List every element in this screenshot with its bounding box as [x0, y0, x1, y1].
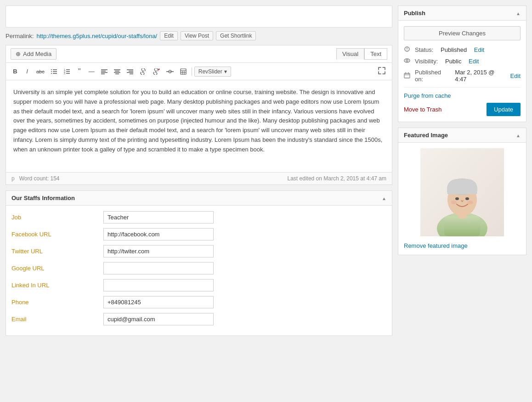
staffs-info-title: Our Staffs Information	[11, 195, 75, 201]
featured-image-svg	[420, 148, 504, 236]
publish-panel-collapse-icon	[516, 10, 521, 17]
publish-panel: Publish Preview Changes Status: Publishe…	[398, 6, 526, 122]
svg-point-37	[407, 50, 407, 51]
preview-changes-button[interactable]: Preview Changes	[404, 26, 521, 40]
add-media-label: Add Media	[23, 50, 51, 57]
editor-toolbar-top: ⊕ Add Media Visual Text	[6, 45, 392, 63]
purge-cache-link[interactable]: Purge from cache	[404, 92, 521, 99]
toolbar-divider	[192, 67, 192, 76]
meta-row: Linked In URL	[11, 279, 386, 291]
meta-field-label: Facebook URL	[11, 231, 103, 238]
published-on-value: Mar 2, 2015 @ 4:47	[455, 69, 503, 83]
bold-button[interactable]: B	[10, 66, 21, 77]
meta-field-label: Google URL	[11, 265, 103, 272]
meta-row: Email	[11, 313, 386, 325]
meta-field-label: Twitter URL	[11, 248, 103, 255]
ordered-list-button[interactable]: 1.2.3.	[61, 66, 73, 77]
status-icon	[404, 46, 412, 54]
blockquote-button[interactable]: "	[74, 66, 85, 77]
featured-image-header[interactable]: Featured Image	[398, 128, 526, 143]
meta-field-input[interactable]	[103, 296, 214, 308]
meta-field-input[interactable]	[103, 228, 214, 240]
published-on-label: Published on:	[415, 69, 448, 83]
publish-actions: Move to Trash Update	[404, 103, 521, 116]
svg-point-52	[451, 201, 457, 204]
permalink-url[interactable]: http://themes.g5plus.net/cupid/our-staff…	[36, 33, 157, 39]
meta-field-label: Job	[11, 214, 103, 221]
editor-footer: p Word count: 154 Last edited on March 2…	[6, 172, 392, 184]
align-center-button[interactable]	[111, 66, 123, 77]
post-title-input[interactable]: Lona	[11, 11, 386, 22]
view-post-button[interactable]: View Post	[181, 31, 213, 40]
meta-field-input[interactable]	[103, 313, 214, 325]
remove-link-button[interactable]	[150, 66, 163, 77]
italic-button[interactable]: I	[22, 66, 33, 77]
publish-panel-title: Publish	[404, 10, 425, 17]
svg-rect-30	[181, 69, 186, 74]
staffs-info-collapse-icon	[382, 195, 386, 201]
get-shortlink-button[interactable]: Get Shortlink	[216, 31, 256, 40]
edit-permalink-button[interactable]: Edit	[160, 31, 178, 40]
svg-point-53	[468, 201, 473, 204]
svg-rect-40	[404, 73, 410, 78]
featured-image-body: Remove featured image	[398, 143, 526, 255]
svg-point-50	[455, 197, 459, 200]
meta-field-input[interactable]	[103, 262, 214, 274]
last-edited: Last edited on March 2, 2015 at 4:47 am	[288, 175, 386, 182]
remove-featured-image-link[interactable]: Remove featured image	[404, 242, 521, 249]
meta-field-input[interactable]	[103, 211, 214, 223]
revslider-dropdown-icon: ▾	[224, 68, 227, 75]
permalink-label: Permalink:	[6, 33, 34, 39]
visibility-row: Visibility: Public Edit	[404, 57, 521, 65]
insert-readmore-button[interactable]: M	[164, 66, 176, 77]
insert-link-button[interactable]	[137, 66, 149, 77]
meta-row: Twitter URL	[11, 245, 386, 257]
svg-point-38	[404, 59, 410, 62]
unordered-list-button[interactable]	[48, 66, 60, 77]
editor-box: ⊕ Add Media Visual Text B I abc 1.2.3.	[6, 45, 392, 185]
staffs-info-header[interactable]: Our Staffs Information	[6, 191, 392, 206]
view-tabs: Visual Text	[336, 48, 387, 60]
tab-visual[interactable]: Visual	[336, 48, 364, 60]
published-on-row: Published on: Mar 2, 2015 @ 4:47 Edit	[404, 69, 521, 83]
move-to-trash-link[interactable]: Move to Trash	[404, 106, 441, 113]
featured-image-container[interactable]	[404, 148, 521, 238]
align-right-button[interactable]	[124, 66, 136, 77]
revslider-button[interactable]: RevSlider ▾	[194, 67, 231, 77]
word-count: Word count: 154	[19, 175, 60, 182]
svg-rect-46	[444, 216, 480, 236]
visibility-edit-link[interactable]: Edit	[469, 58, 479, 65]
staffs-info-metabox: Our Staffs Information JobFacebook URLTw…	[6, 190, 392, 336]
meta-field-label: Linked In URL	[11, 282, 103, 289]
visibility-value: Public	[445, 58, 461, 65]
meta-row: Job	[11, 211, 386, 223]
update-button[interactable]: Update	[487, 103, 521, 116]
publish-panel-header[interactable]: Publish	[398, 6, 526, 21]
svg-point-51	[465, 197, 469, 200]
featured-image-panel: Featured Image	[398, 128, 526, 255]
editor-content[interactable]: University is an simple yet complete sol…	[6, 80, 392, 172]
meta-field-input[interactable]	[103, 279, 214, 291]
tab-text[interactable]: Text	[364, 48, 387, 60]
fullscreen-button[interactable]	[375, 66, 388, 77]
meta-field-label: Email	[11, 316, 103, 323]
align-left-button[interactable]	[98, 66, 110, 77]
strikethrough-button[interactable]: abc	[34, 66, 47, 77]
published-on-edit-link[interactable]: Edit	[510, 73, 521, 79]
svg-text:3.: 3.	[64, 72, 66, 75]
meta-field-input[interactable]	[103, 245, 214, 257]
add-media-button[interactable]: ⊕ Add Media	[11, 48, 57, 60]
visibility-icon	[404, 57, 412, 65]
calendar-icon	[404, 72, 412, 80]
editor-text: University is an simple yet complete sol…	[13, 88, 385, 155]
publish-divider	[404, 87, 521, 88]
permalink-row: Permalink: http://themes.g5plus.net/cupi…	[6, 31, 392, 40]
revslider-label: RevSlider	[198, 68, 222, 75]
visibility-label: Visibility:	[415, 58, 438, 65]
status-row: Status: Published Edit	[404, 46, 521, 54]
horizontal-rule-button[interactable]: —	[86, 66, 97, 77]
table-button[interactable]	[177, 66, 189, 77]
status-value: Published	[441, 46, 467, 53]
status-edit-link[interactable]: Edit	[474, 46, 484, 53]
meta-row: Facebook URL	[11, 228, 386, 240]
